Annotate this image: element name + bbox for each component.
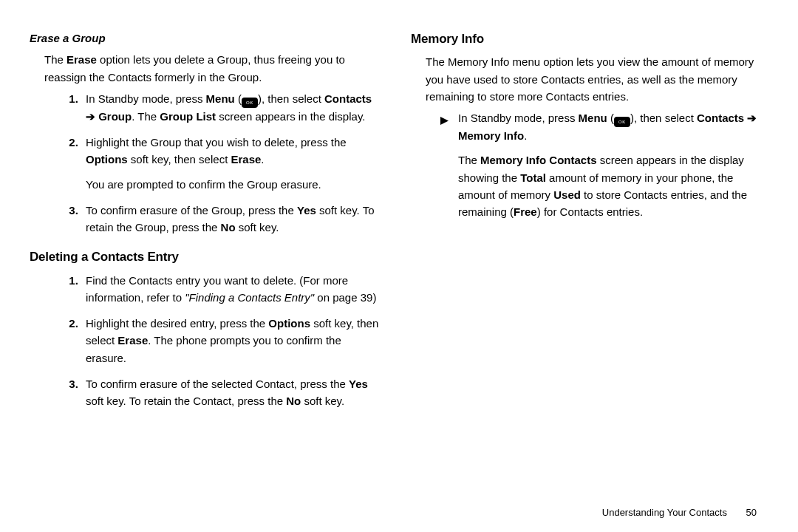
text-bold: Erase [231, 153, 261, 166]
step-2-confirm: You are prompted to confirm the Group er… [86, 176, 381, 193]
text-bold: Erase [117, 334, 148, 347]
triangle-bullet-icon [440, 112, 458, 228]
text: soft key. [236, 221, 279, 233]
memory-info-intro: The Memory Info menu option lets you vie… [426, 53, 763, 105]
step-3: To confirm erasure of the selected Conta… [81, 375, 381, 410]
text: The [458, 154, 480, 166]
text: ( [235, 92, 242, 105]
text-bold: Free [514, 205, 537, 218]
text-bold: Options [268, 317, 310, 330]
ok-key-icon: OK [614, 117, 630, 127]
step-2: Highlight the Group that you wish to del… [81, 134, 381, 193]
text: ), then select [258, 92, 324, 105]
text: soft key. To retain the Contact, press t… [86, 395, 286, 407]
text: screen appears in the display. [216, 110, 365, 123]
text-bold: Used [553, 188, 581, 201]
text: ) for Contacts entries. [537, 205, 643, 218]
text-bold: ➔ [86, 110, 98, 123]
manual-page: Erase a Group The Erase option lets you … [0, 0, 798, 502]
right-column: Memory Info The Memory Info menu option … [411, 30, 763, 502]
text-bold: Group [98, 110, 132, 123]
text-bold: Contacts [697, 112, 744, 124]
text-italic: "Finding a Contacts Entry" [185, 291, 314, 304]
text-bold: ➔ [744, 112, 757, 124]
text: Highlight the Group that you wish to del… [86, 136, 347, 149]
footer-page-number: 50 [746, 507, 757, 518]
text: . [261, 153, 264, 166]
text-bold: Yes [349, 378, 368, 390]
subheading-erase-group: Erase a Group [30, 30, 381, 47]
step-3: To confirm erasure of the Group, press t… [81, 202, 381, 236]
text: Highlight the desired entry, press the [86, 317, 268, 330]
text-bold: Erase [66, 53, 97, 66]
erase-group-steps: In Standby mode, press Menu (OK), then s… [59, 90, 381, 236]
text-bold: Contacts [324, 92, 372, 105]
text-bold: No [286, 395, 301, 407]
svg-marker-0 [440, 117, 449, 125]
text-bold: Group List [160, 110, 216, 123]
text: soft key, then select [128, 153, 231, 166]
text-bold: Memory Info [458, 129, 524, 142]
text-bold: Memory Info Contacts [480, 154, 597, 166]
left-column: Erase a Group The Erase option lets you … [30, 30, 381, 502]
text: In Standby mode, press [86, 92, 206, 105]
text: To confirm erasure of the selected Conta… [86, 378, 349, 390]
erase-group-intro: The Erase option lets you delete a Group… [44, 51, 381, 86]
text: The [44, 53, 66, 66]
text-bold: Total [520, 171, 546, 184]
memory-info-bullet: In Standby mode, press Menu (OK), then s… [440, 109, 763, 228]
bullet-content: In Standby mode, press Menu (OK), then s… [458, 109, 763, 228]
step-1: Find the Contacts entry you want to dele… [81, 272, 381, 307]
text: ( [607, 112, 614, 124]
step-2: Highlight the desired entry, press the O… [81, 315, 381, 366]
text-bold: Options [86, 153, 128, 166]
text: soft key. [301, 395, 344, 407]
text: on page 39) [314, 291, 376, 304]
step-1: In Standby mode, press Menu (OK), then s… [81, 90, 381, 125]
delete-contact-steps: Find the Contacts entry you want to dele… [59, 272, 381, 410]
heading-deleting-contacts-entry: Deleting a Contacts Entry [30, 248, 381, 267]
text: In Standby mode, press [458, 112, 579, 124]
text: . The [132, 110, 160, 123]
text-bold: Menu [579, 112, 607, 124]
text-bold: No [221, 221, 236, 233]
text: To confirm erasure of the Group, press t… [86, 204, 297, 216]
heading-memory-info: Memory Info [411, 30, 763, 49]
text-bold: Yes [297, 204, 316, 216]
text: ), then select [630, 112, 697, 124]
footer-section-title: Understanding Your Contacts [602, 507, 727, 518]
page-footer: Understanding Your Contacts 50 [602, 507, 757, 518]
text-bold: Menu [206, 92, 235, 105]
ok-key-icon: OK [242, 98, 258, 108]
text: . [524, 129, 527, 142]
